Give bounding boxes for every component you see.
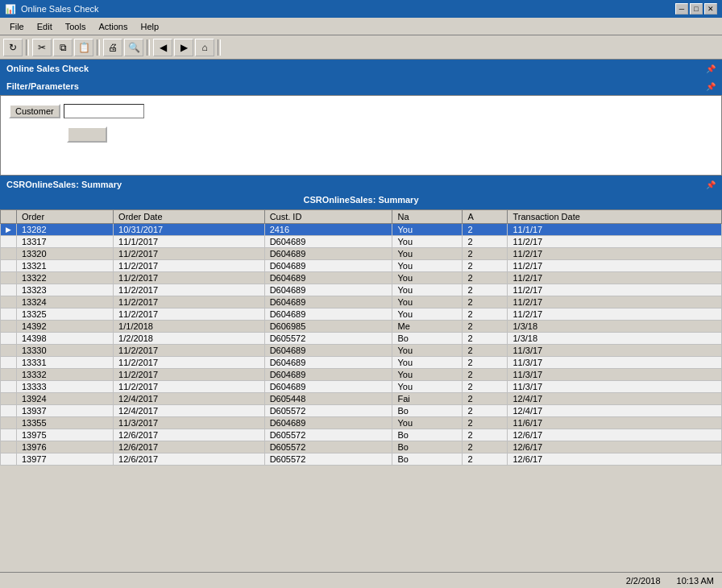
filter-section-header: Filter/Parameters 📌 — [0, 77, 722, 95]
row-arrow-cell — [1, 296, 17, 308]
toolbar-copy-button[interactable]: ⧉ — [53, 39, 73, 56]
toolbar-refresh-button[interactable]: ↻ — [3, 39, 23, 56]
toolbar-home-button[interactable]: ⌂ — [195, 39, 214, 56]
col-a[interactable]: A — [463, 210, 508, 224]
table-row[interactable]: 1332011/2/2017D604689You211/2/17 — [1, 248, 722, 260]
cell-transDate: 11/3/17 — [508, 381, 722, 393]
menu-file[interactable]: File — [3, 20, 31, 33]
table-row[interactable]: 1335511/3/2017D604689You211/6/17 — [1, 417, 722, 429]
col-trans-date[interactable]: Transaction Date — [508, 210, 722, 224]
row-arrow-cell — [1, 284, 17, 296]
row-arrow-cell — [1, 441, 17, 453]
cell-custId: D605448 — [264, 393, 392, 405]
cell-transDate: 11/3/17 — [508, 357, 722, 369]
cell-na: You — [392, 272, 463, 284]
cell-transDate: 11/2/17 — [508, 260, 722, 272]
online-sales-title: Online Sales Check — [6, 64, 89, 73]
cell-a: 2 — [463, 248, 508, 260]
table-row[interactable]: 1392412/4/2017D605448Fai212/4/17 — [1, 393, 722, 405]
table-row[interactable]: 1333111/2/2017D604689You211/3/17 — [1, 357, 722, 369]
table-row[interactable]: 1333311/2/2017D604689You211/3/17 — [1, 381, 722, 393]
row-arrow-cell — [1, 417, 17, 429]
cell-order: 13976 — [17, 441, 114, 453]
menu-help[interactable]: Help — [134, 20, 165, 33]
cell-transDate: 11/2/17 — [508, 272, 722, 284]
cell-a: 2 — [463, 381, 508, 393]
cell-transDate: 1/3/18 — [508, 333, 722, 345]
cell-na: You — [392, 417, 463, 429]
cell-order: 13317 — [17, 236, 114, 248]
table-row[interactable]: 1397712/6/2017D605572Bo212/6/17 — [1, 453, 722, 466]
table-row[interactable]: 1333211/2/2017D604689You211/3/17 — [1, 369, 722, 381]
cell-order: 13355 — [17, 417, 114, 429]
cell-orderDate: 11/2/2017 — [114, 308, 265, 321]
apply-button[interactable] — [67, 126, 107, 143]
cell-orderDate: 11/2/2017 — [114, 284, 265, 296]
toolbar-search-button[interactable]: 🔍 — [124, 39, 143, 56]
cell-orderDate: 11/3/2017 — [114, 417, 265, 429]
cell-order: 13322 — [17, 272, 114, 284]
table-row[interactable]: 1332211/2/2017D604689You211/2/17 — [1, 272, 722, 284]
col-na[interactable]: Na — [392, 210, 463, 224]
table-row[interactable]: 1333011/2/2017D604689You211/3/17 — [1, 345, 722, 357]
cell-custId: D605572 — [264, 333, 392, 345]
cell-na: You — [392, 308, 463, 321]
online-sales-header: Online Sales Check 📌 — [0, 60, 722, 77]
customer-label-button[interactable]: Customer — [9, 104, 60, 118]
cell-a: 2 — [463, 260, 508, 272]
table-row[interactable]: 1397612/6/2017D605572Bo212/6/17 — [1, 441, 722, 453]
menu-edit[interactable]: Edit — [31, 20, 59, 33]
col-order[interactable]: Order — [17, 210, 114, 224]
menu-tools[interactable]: Tools — [59, 20, 93, 33]
cell-orderDate: 11/2/2017 — [114, 296, 265, 308]
cell-order: 13323 — [17, 284, 114, 296]
cell-a: 2 — [463, 333, 508, 345]
cell-custId: D605572 — [264, 441, 392, 453]
cell-na: Bo — [392, 429, 463, 441]
table-row[interactable]: 1332111/2/2017D604689You211/2/17 — [1, 260, 722, 272]
cell-a: 2 — [463, 224, 508, 236]
maximize-button[interactable]: □ — [690, 3, 703, 14]
title-bar-controls: ─ □ ✕ — [675, 3, 717, 14]
table-row[interactable]: 1393712/4/2017D605572Bo212/4/17 — [1, 405, 722, 417]
cell-a: 2 — [463, 345, 508, 357]
toolbar-print-button[interactable]: 🖨 — [103, 39, 122, 56]
cell-a: 2 — [463, 417, 508, 429]
cell-orderDate: 12/6/2017 — [114, 429, 265, 441]
table-row[interactable]: 143921/1/2018D606985Me21/3/18 — [1, 321, 722, 333]
table-row[interactable]: 143981/2/2018D605572Bo21/3/18 — [1, 333, 722, 345]
col-order-date[interactable]: Order Date — [114, 210, 265, 224]
table-row[interactable]: ▶1328210/31/20172416You211/1/17 — [1, 224, 722, 236]
minimize-button[interactable]: ─ — [675, 3, 688, 14]
table-row[interactable]: 1332411/2/2017D604689You211/2/17 — [1, 296, 722, 308]
cell-a: 2 — [463, 357, 508, 369]
table-row[interactable]: 1332511/2/2017D604689You211/2/17 — [1, 308, 722, 321]
cell-order: 13330 — [17, 345, 114, 357]
cell-a: 2 — [463, 405, 508, 417]
close-button[interactable]: ✕ — [704, 3, 717, 14]
customer-input[interactable] — [64, 104, 144, 118]
filter-apply-row — [9, 123, 713, 143]
toolbar-paste-button[interactable]: 📋 — [74, 39, 93, 56]
toolbar-back-button[interactable]: ◀ — [153, 39, 172, 56]
cell-custId: D604689 — [264, 369, 392, 381]
menu-actions[interactable]: Actions — [92, 20, 134, 33]
col-cust-id[interactable]: Cust. ID — [264, 210, 392, 224]
cell-na: You — [392, 284, 463, 296]
cell-orderDate: 10/31/2017 — [114, 224, 265, 236]
row-arrow-cell — [1, 308, 17, 321]
table-row[interactable]: 1331711/1/2017D604689You211/2/17 — [1, 236, 722, 248]
table-row[interactable]: 1332311/2/2017D604689You211/2/17 — [1, 284, 722, 296]
table-row[interactable]: 1397512/6/2017D605572Bo212/6/17 — [1, 429, 722, 441]
table-scroll-wrapper[interactable]: Order Order Date Cust. ID Na A Transacti… — [0, 209, 722, 572]
filter-customer-row: Customer — [9, 104, 713, 118]
row-arrow-cell — [1, 236, 17, 248]
cell-order: 13325 — [17, 308, 114, 321]
cell-order: 13331 — [17, 357, 114, 369]
cell-orderDate: 11/2/2017 — [114, 369, 265, 381]
app-icon: 📊 — [5, 4, 16, 14]
cell-na: You — [392, 260, 463, 272]
toolbar-forward-button[interactable]: ▶ — [174, 39, 193, 56]
filter-panel: Customer — [0, 95, 722, 176]
toolbar-cut-button[interactable]: ✂ — [32, 39, 52, 56]
